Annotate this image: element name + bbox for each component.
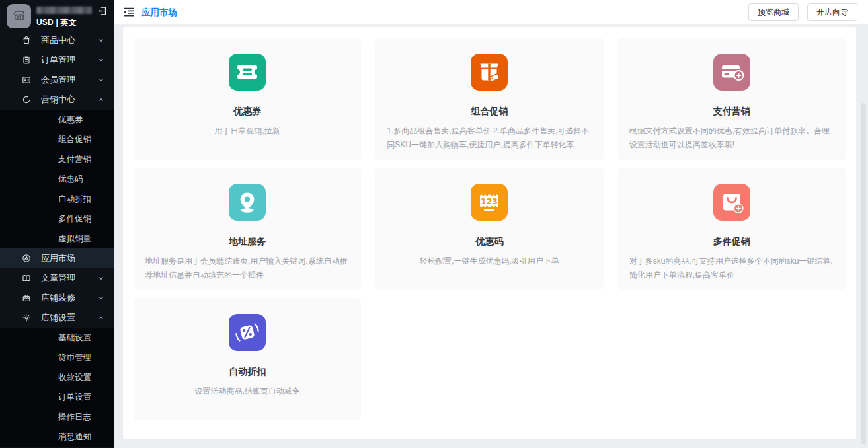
auto-discount-icon xyxy=(229,314,266,351)
sidebar-subitem-operation-log[interactable]: 操作日志 xyxy=(0,407,114,427)
scrollbar-track[interactable] xyxy=(859,25,868,448)
sidebar-item-app-market[interactable]: 应用市场 xyxy=(0,248,114,268)
sidebar: USD | 英文 商品中心 订单管理 xyxy=(0,0,114,448)
chevron-down-icon xyxy=(98,57,104,63)
app-name: 自动折扣 xyxy=(134,366,361,378)
app-name: 支付营销 xyxy=(618,106,846,118)
chevron-up-icon xyxy=(98,96,104,103)
chevron-up-icon xyxy=(98,315,104,321)
sidebar-subitem-currency-management[interactable]: 货币管理 xyxy=(0,348,114,367)
app-cards-grid: 优惠券 用于日常促销,拉新 组合促销 xyxy=(134,38,846,420)
sidebar-subitem-payment-marketing[interactable]: 支付营销 xyxy=(0,149,114,169)
app-card-multi-item-promotion[interactable]: 多件促销 对于多sku的商品,可支持用户选择多个不同的sku一键结算,简化用户下… xyxy=(618,168,846,290)
app-market-panel: 优惠券 用于日常促销,拉新 组合促销 xyxy=(123,27,856,439)
store-logo xyxy=(7,4,31,28)
shop-settings-submenu: 基础设置 货币管理 收款设置 订单设置 操作日志 消息通知 xyxy=(0,328,114,447)
sidebar-item-label: 应用市场 xyxy=(41,252,75,264)
sidebar-item-label: 店铺设置 xyxy=(41,312,75,324)
sidebar-subitem-auto-discount[interactable]: 自动折扣 xyxy=(0,189,114,209)
code-123-ticket-icon: 123 xyxy=(471,184,508,221)
app-description: 设置活动商品,结账页自动减免 xyxy=(194,385,299,398)
store-currency-language: USD | 英文 xyxy=(36,17,92,28)
top-bar: 应用市场 预览商城 开店向导 xyxy=(114,0,868,25)
sidebar-subitem-message-notification[interactable]: 消息通知 xyxy=(0,427,114,447)
app-name: 多件促销 xyxy=(618,236,846,248)
collapse-sidebar-icon[interactable] xyxy=(123,7,134,17)
marketing-cycle-icon xyxy=(22,95,31,104)
app-name: 地址服务 xyxy=(134,236,361,248)
app-description: 用于日常促销,拉新 xyxy=(214,124,280,138)
sidebar-item-shop-decoration[interactable]: 店铺装修 xyxy=(0,288,114,308)
app-card-coupon-code[interactable]: 123 优惠码 轻松配置,一键生成优惠码,吸引用户下单 xyxy=(375,168,603,290)
sidebar-item-marketing-center[interactable]: 营销中心 xyxy=(0,90,114,110)
sidebar-item-order-management[interactable]: 订单管理 xyxy=(0,50,114,70)
app-description: 根据支付方式设置不同的优惠,有效提高订单付款率。合理设置活动也可以提高签收率哦! xyxy=(629,124,834,152)
sidebar-subitem-payment-collection[interactable]: 收款设置 xyxy=(0,367,114,387)
chevron-down-icon xyxy=(98,37,104,44)
sidebar-item-label: 商品中心 xyxy=(41,34,75,46)
content-area: 优惠券 用于日常促销,拉新 组合促销 xyxy=(114,25,868,448)
sidebar-subitem-basic-settings[interactable]: 基础设置 xyxy=(0,328,114,348)
location-pin-icon xyxy=(229,184,266,221)
coupon-ticket-icon xyxy=(229,54,266,91)
store-header: USD | 英文 xyxy=(0,0,114,30)
sidebar-item-article-management[interactable]: 文章管理 xyxy=(0,268,114,288)
sidebar-item-product-center[interactable]: 商品中心 xyxy=(0,30,114,50)
sidebar-subitem-combo-promotion[interactable]: 组合促销 xyxy=(0,130,114,149)
logout-door-icon[interactable] xyxy=(97,6,107,19)
chevron-down-icon xyxy=(98,77,104,83)
sidebar-subitem-multi-item-promotion[interactable]: 多件促销 xyxy=(0,209,114,229)
shopping-bag-icon xyxy=(713,184,750,221)
app-description: 轻松配置,一键生成优惠码,吸引用户下单 xyxy=(420,254,559,268)
marketing-submenu: 优惠券 组合促销 支付营销 优惠码 自动折扣 多件促销 虚拟销量 xyxy=(0,110,114,248)
app-name: 优惠券 xyxy=(134,106,361,118)
app-card-payment-marketing[interactable]: 支付营销 根据支付方式设置不同的优惠,有效提高订单付款率。合理设置活动也可以提高… xyxy=(618,38,846,160)
app-name: 组合促销 xyxy=(375,106,603,118)
chevron-down-icon xyxy=(98,295,104,301)
preview-mall-button[interactable]: 预览商城 xyxy=(748,3,799,20)
chevron-down-icon xyxy=(98,275,104,281)
scrollbar-thumb[interactable] xyxy=(861,103,866,444)
app-description: 地址服务是用于会员端结账页,用户输入关键词,系统自动推荐地址信息并自动填充的一个… xyxy=(145,254,350,282)
store-name-redacted xyxy=(36,7,92,14)
member-card-icon xyxy=(22,75,31,85)
app-card-coupon[interactable]: 优惠券 用于日常促销,拉新 xyxy=(134,38,361,160)
app-card-combo-promotion[interactable]: 组合促销 1.多商品组合售卖,提高客单价 2.单商品多件售卖,可选择不同SKU一… xyxy=(375,38,603,160)
shop-deco-icon xyxy=(22,293,31,303)
gear-icon xyxy=(22,313,31,322)
article-book-icon xyxy=(22,274,31,283)
clipboard-icon xyxy=(22,56,31,65)
sidebar-subitem-coupon-code[interactable]: 优惠码 xyxy=(0,169,114,189)
sidebar-item-label: 店铺装修 xyxy=(41,292,75,304)
page-title: 应用市场 xyxy=(141,7,177,19)
bag-icon xyxy=(22,36,31,45)
app-name: 优惠码 xyxy=(375,236,603,248)
app-description: 1.多商品组合售卖,提高客单价 2.单商品多件售卖,可选择不同SKU一键加入购物… xyxy=(387,124,592,152)
sidebar-subitem-virtual-sales[interactable]: 虚拟销量 xyxy=(0,229,114,248)
app-card-auto-discount[interactable]: 自动折扣 设置活动商品,结账页自动减免 xyxy=(134,298,361,420)
sidebar-item-label: 文章管理 xyxy=(41,272,75,284)
app-card-address-service[interactable]: 地址服务 地址服务是用于会员端结账页,用户输入关键词,系统自动推荐地址信息并自动… xyxy=(134,168,361,290)
sidebar-item-label: 会员管理 xyxy=(41,74,75,86)
store-meta: USD | 英文 xyxy=(36,4,92,28)
svg-text:123: 123 xyxy=(481,196,498,206)
open-shop-guide-button[interactable]: 开店向导 xyxy=(807,3,857,20)
app-description: 对于多sku的商品,可支持用户选择多个不同的sku一键结算,简化用户下单流程,提… xyxy=(629,254,834,282)
sidebar-item-shop-settings[interactable]: 店铺设置 xyxy=(0,308,114,328)
app-market-icon xyxy=(22,254,31,263)
combo-box-icon xyxy=(471,54,508,91)
sidebar-item-member-management[interactable]: 会员管理 xyxy=(0,70,114,90)
payment-card-icon xyxy=(713,54,750,91)
sidebar-item-label: 订单管理 xyxy=(41,54,75,66)
sidebar-subitem-coupon[interactable]: 优惠券 xyxy=(0,110,114,130)
storefront-icon xyxy=(12,8,26,25)
sidebar-subitem-order-settings[interactable]: 订单设置 xyxy=(0,387,114,407)
sidebar-item-label: 营销中心 xyxy=(41,94,75,106)
